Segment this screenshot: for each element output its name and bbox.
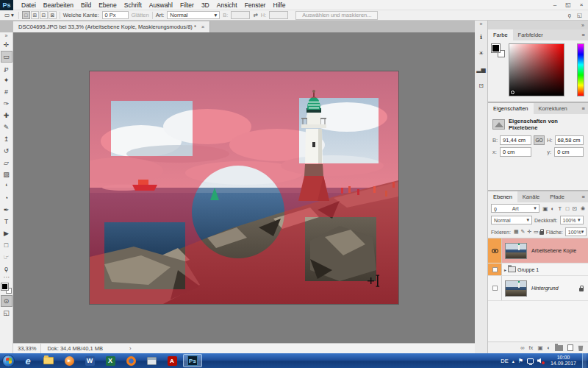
tool-spot-healing[interactable]: ✚	[1, 110, 12, 121]
tab-close-icon[interactable]: ×	[201, 24, 205, 30]
tool-eyedropper[interactable]: ✑	[1, 98, 12, 110]
menu-item[interactable]: Bearbeiten	[40, 1, 77, 9]
y-input[interactable]: 0 cm	[554, 147, 584, 157]
tool-brush[interactable]: ✎	[1, 121, 12, 133]
hue-slider[interactable]	[577, 43, 584, 96]
menu-item[interactable]: Ebene	[95, 1, 121, 9]
tool-type[interactable]: T	[1, 216, 12, 227]
layer-style-icon[interactable]: fx	[529, 344, 534, 351]
blend-mode-select[interactable]: Normal ▾	[491, 216, 532, 224]
opacity-select[interactable]: 100% ▾	[560, 216, 584, 224]
add-layer-mask-icon[interactable]: ▣	[537, 344, 542, 351]
color-swatches[interactable]	[492, 44, 505, 57]
close-button[interactable]: ×	[575, 1, 588, 8]
lock-transparency-icon[interactable]: ▦	[513, 229, 520, 235]
excel[interactable]: X	[101, 354, 120, 367]
tool-path-selection[interactable]: ▶	[1, 227, 12, 239]
layer-arbeitsebene-kopie[interactable]: ▸ Arbeitsebene Kopie	[488, 238, 588, 263]
tool-zoom[interactable]: ϙ	[1, 263, 12, 275]
visibility-toggle[interactable]	[488, 263, 502, 275]
menu-item[interactable]: Datei	[18, 1, 40, 9]
swap-dimensions-icon[interactable]: ⇄	[253, 12, 257, 18]
menu-item[interactable]: Ansicht	[213, 1, 241, 9]
info-panel-icon[interactable]: ℹ	[476, 29, 487, 45]
explorer[interactable]	[39, 354, 58, 367]
delete-layer-icon[interactable]	[578, 344, 584, 351]
canvas-area[interactable]	[13, 32, 475, 343]
height-input[interactable]	[269, 11, 288, 19]
fill-select[interactable]: 100% ▾	[565, 227, 587, 236]
menu-item[interactable]: Auswahl	[146, 1, 176, 9]
panel-menu-icon[interactable]: ≡	[582, 103, 588, 114]
link-layers-icon[interactable]: ∞	[520, 344, 524, 351]
ie[interactable]: e	[18, 354, 37, 367]
x-input[interactable]: 0 cm	[500, 147, 531, 157]
search-icon[interactable]: ϙ	[568, 12, 571, 18]
network-icon[interactable]	[527, 358, 534, 364]
workspace-switcher-icon[interactable]: ◱	[577, 12, 582, 18]
quick-mask-button[interactable]: ⊙	[1, 295, 12, 307]
mode-intersect-selection[interactable]: ⊠	[49, 11, 57, 19]
filter-pixel-layers-icon[interactable]: ▣	[542, 205, 549, 212]
dock-collapse-icon[interactable]: »	[488, 21, 588, 29]
new-layer-icon[interactable]	[567, 344, 573, 351]
lock-all-icon[interactable]	[539, 231, 544, 235]
tool-rect-marquee[interactable]: ▭	[1, 51, 12, 63]
style-select[interactable]: Normal ▾	[167, 11, 220, 19]
start-button[interactable]	[2, 355, 15, 367]
width-input[interactable]	[231, 11, 250, 19]
filter-shape-layers-icon[interactable]: □	[564, 205, 571, 212]
select-and-mask-button[interactable]: Auswählen und maskieren...	[295, 11, 378, 20]
tool-blur[interactable]: ❛	[1, 180, 12, 192]
panel-menu-icon[interactable]: ≡	[582, 29, 588, 40]
tool-history-brush[interactable]: ↺	[1, 145, 12, 157]
show-desktop-button[interactable]	[582, 353, 587, 368]
filter-type-layers-icon[interactable]: T	[556, 205, 564, 212]
tab-kanaele[interactable]: Kanäle	[517, 191, 545, 202]
tool-lasso[interactable]: ℘	[1, 63, 12, 74]
strip-expand-icon[interactable]: »	[480, 21, 483, 29]
layer-hintergrund[interactable]: ▸ Hintergrund	[488, 276, 588, 301]
tab-korrekturen[interactable]: Korrekturen	[534, 103, 573, 114]
volume-icon[interactable]	[537, 358, 541, 364]
menu-item[interactable]: Fenster	[241, 1, 270, 9]
restore-button[interactable]: ◱	[562, 1, 575, 8]
minimize-button[interactable]: –	[548, 1, 562, 8]
zoom-level-field[interactable]: 33,33%	[13, 344, 41, 353]
foreground-background-swatches[interactable]	[1, 283, 12, 294]
filter-toggle-icon[interactable]: ◉	[581, 205, 585, 211]
tool-preset-picker[interactable]: ▭ ▾	[3, 12, 15, 18]
width-input[interactable]: 91,44 cm	[500, 135, 531, 145]
pdf[interactable]: A	[162, 354, 182, 367]
firefox[interactable]	[121, 354, 140, 367]
lock-artboard-icon[interactable]: ▭	[533, 229, 539, 235]
lock-move-icon[interactable]: ✛	[526, 229, 533, 235]
menu-item[interactable]: Filter	[176, 1, 198, 9]
histogram-panel-icon[interactable]: ▂▅	[476, 61, 487, 77]
tool-quick-selection[interactable]: ✦	[1, 74, 12, 86]
tab-ebenen[interactable]: Ebenen	[488, 191, 517, 202]
tool-crop[interactable]: #	[1, 86, 12, 98]
menu-item[interactable]: Hilfe	[269, 1, 289, 9]
generic[interactable]	[142, 354, 161, 367]
new-adjustment-layer-icon[interactable]: ◐	[547, 344, 551, 351]
saturation-brightness-field[interactable]	[509, 43, 564, 96]
layer-thumbnail[interactable]	[505, 280, 527, 297]
toolbar-collapse-icon[interactable]: »	[5, 32, 8, 39]
adjustments-panel-icon[interactable]: ☀	[476, 45, 487, 61]
word[interactable]: W	[80, 354, 99, 367]
menu-item[interactable]: Bild	[77, 1, 95, 9]
tray-expand-icon[interactable]: ▴	[512, 358, 514, 364]
tool-clone-stamp[interactable]: ↥	[1, 133, 12, 145]
tool-rectangle-shape[interactable]: □	[1, 239, 12, 251]
photoshop[interactable]: Ps	[183, 354, 202, 367]
language-indicator[interactable]: DE	[501, 358, 508, 364]
document-tab[interactable]: DSC04695.JPG bei 33,3% (Arbeitsebene Kop…	[13, 21, 210, 32]
link-dimensions-button[interactable]: GO	[534, 135, 545, 145]
tool-dodge[interactable]: ◔	[1, 192, 12, 204]
foreground-color-swatch[interactable]	[1, 283, 8, 290]
filter-adjustment-layers-icon[interactable]: ◐	[549, 205, 556, 212]
visibility-toggle[interactable]	[488, 238, 502, 263]
tab-pfade[interactable]: Pfade	[545, 191, 570, 202]
new-group-icon[interactable]	[555, 345, 563, 351]
